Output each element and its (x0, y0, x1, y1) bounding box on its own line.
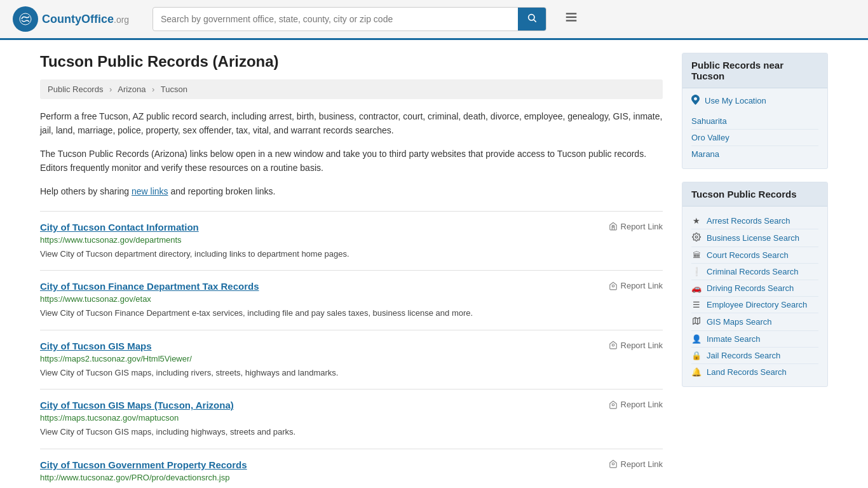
breadcrumb: Public Records › Arizona › Tucson (40, 79, 663, 99)
jail-icon: 🔒 (691, 351, 702, 360)
record-url-4: http://www.tucsonaz.gov/PRO/pro/devactio… (40, 473, 663, 482)
arrest-records-link[interactable]: Arrest Records Search (707, 216, 790, 226)
svg-point-11 (612, 463, 614, 466)
employee-icon: ☰ (691, 300, 702, 309)
record-item: City of Tucson Contact Information Repor… (40, 211, 663, 271)
svg-point-12 (695, 236, 698, 238)
report-link-button-1[interactable]: Report Link (609, 281, 663, 290)
record-title-2[interactable]: City of Tucson GIS Maps (40, 341, 152, 351)
record-desc-2: View City of Tucson GIS maps, including … (40, 367, 663, 379)
record-item-header-1: City of Tucson Finance Department Tax Re… (40, 281, 663, 292)
search-button[interactable] (518, 8, 546, 30)
driving-icon: 🚗 (691, 283, 702, 293)
record-item-3: City of Tucson GIS Maps (Tucson, Arizona… (40, 389, 663, 449)
breadcrumb-arizona[interactable]: Arizona (118, 85, 146, 94)
svg-point-10 (612, 403, 614, 406)
record-title-1[interactable]: City of Tucson Finance Department Tax Re… (40, 281, 259, 292)
sidebar-record-business[interactable]: Business License Search (691, 229, 818, 247)
land-records-link[interactable]: Land Records Search (707, 367, 787, 377)
record-desc-4: View City of Tucson government property … (40, 485, 663, 488)
arrest-icon: ★ (691, 216, 702, 226)
report-link-button-3[interactable]: Report Link (609, 400, 663, 409)
page-title: Tucson Public Records (Arizona) (40, 53, 663, 71)
use-my-location-item[interactable]: Use My Location (691, 95, 818, 107)
sidebar-record-jail[interactable]: 🔒 Jail Records Search (691, 348, 818, 364)
logo-area: CountyOffice.org (13, 6, 140, 32)
svg-marker-13 (693, 318, 700, 325)
jail-records-link[interactable]: Jail Records Search (707, 351, 780, 360)
sidebar-record-land[interactable]: 🔔 Land Records Search (691, 364, 818, 380)
sidebar: Public Records near Tucson Use My Locati… (682, 53, 828, 488)
search-input[interactable] (153, 9, 518, 29)
sidebar-record-driving[interactable]: 🚗 Driving Records Search (691, 280, 818, 297)
record-title-0[interactable]: City of Tucson Contact Information (40, 222, 199, 233)
record-url-3: https://maps.tucsonaz.gov/maptucson (40, 413, 663, 423)
criminal-records-link[interactable]: Criminal Records Search (707, 267, 799, 276)
logo-icon (13, 6, 38, 32)
use-my-location-link[interactable]: Use My Location (705, 96, 766, 105)
sidebar-record-employee[interactable]: ☰ Employee Directory Search (691, 297, 818, 313)
site-header: CountyOffice.org (0, 0, 868, 40)
sidebar-record-arrest[interactable]: ★ Arrest Records Search (691, 213, 818, 229)
court-records-link[interactable]: Court Records Search (707, 250, 789, 260)
criminal-icon: ❕ (691, 267, 702, 276)
driving-records-link[interactable]: Driving Records Search (707, 283, 794, 293)
record-desc-1: View City of Tucson Finance Department e… (40, 307, 663, 320)
description-2: The Tucson Public Records (Arizona) link… (40, 147, 663, 175)
land-icon: 🔔 (691, 367, 702, 377)
record-title-4[interactable]: City of Tucson Government Property Recor… (40, 459, 247, 470)
logo-text: CountyOffice.org (42, 13, 129, 26)
record-item-header-2: City of Tucson GIS Maps Report Link (40, 341, 663, 351)
description-1: Perform a free Tucson, AZ public record … (40, 109, 663, 138)
record-item-4: City of Tucson Government Property Recor… (40, 449, 663, 488)
nearby-records-content: Use My Location Sahuarita Oro Valley Mar… (682, 88, 827, 168)
inmate-search-link[interactable]: Inmate Search (707, 334, 761, 344)
main-container: Tucson Public Records (Arizona) Public R… (21, 40, 847, 488)
report-link-button-2[interactable]: Report Link (609, 341, 663, 350)
tucson-records-content: ★ Arrest Records Search Business License… (682, 207, 827, 386)
record-item-1: City of Tucson Finance Department Tax Re… (40, 270, 663, 330)
sidebar-record-court[interactable]: 🏛 Court Records Search (691, 247, 818, 264)
location-pin-icon (691, 95, 700, 107)
record-item-header-3: City of Tucson GIS Maps (Tucson, Arizona… (40, 400, 663, 410)
record-list: City of Tucson Contact Information Repor… (40, 211, 663, 488)
sidebar-record-inmate[interactable]: 👤 Inmate Search (691, 331, 818, 348)
employee-directory-link[interactable]: Employee Directory Search (707, 300, 807, 309)
nearby-records-header: Public Records near Tucson (682, 53, 827, 88)
report-link-button-0[interactable]: Report Link (609, 222, 663, 231)
record-url-2: https://maps2.tucsonaz.gov/Html5Viewer/ (40, 354, 663, 363)
business-icon (691, 233, 702, 243)
description-3: Help others by sharing new links and rep… (40, 184, 663, 198)
record-title-3[interactable]: City of Tucson GIS Maps (Tucson, Arizona… (40, 400, 234, 410)
content-area: Tucson Public Records (Arizona) Public R… (40, 53, 663, 488)
inmate-icon: 👤 (691, 334, 702, 344)
record-url-1: https://www.tucsonaz.gov/etax (40, 294, 663, 304)
nearby-marana[interactable]: Marana (691, 146, 818, 162)
court-icon: 🏛 (691, 250, 702, 260)
business-license-link[interactable]: Business License Search (707, 233, 799, 243)
breadcrumb-sep-2: › (152, 85, 154, 94)
svg-line-3 (534, 20, 536, 22)
svg-point-2 (529, 15, 534, 20)
nearby-oro-valley[interactable]: Oro Valley (691, 130, 818, 146)
breadcrumb-tucson[interactable]: Tucson (161, 85, 187, 94)
record-desc-3: View City of Tucson GIS maps, including … (40, 426, 663, 438)
record-item-header-0: City of Tucson Contact Information Repor… (40, 222, 663, 233)
tucson-records-header: Tucson Public Records (682, 182, 827, 207)
gis-maps-link[interactable]: GIS Maps Search (707, 317, 772, 327)
record-desc-0: View City of Tucson department directory… (40, 248, 663, 261)
new-links-link[interactable]: new links (132, 186, 168, 196)
record-item-header-4: City of Tucson Government Property Recor… (40, 459, 663, 470)
tucson-records-box: Tucson Public Records ★ Arrest Records S… (682, 182, 828, 387)
breadcrumb-public-records[interactable]: Public Records (48, 85, 103, 94)
hamburger-menu-button[interactable] (559, 8, 583, 30)
svg-point-0 (19, 13, 32, 25)
report-link-button-4[interactable]: Report Link (609, 459, 663, 469)
svg-point-9 (612, 344, 614, 347)
sidebar-record-gis[interactable]: GIS Maps Search (691, 313, 818, 331)
gis-icon (691, 316, 702, 327)
search-bar (153, 7, 546, 31)
nearby-records-box: Public Records near Tucson Use My Locati… (682, 53, 828, 169)
nearby-sahuarita[interactable]: Sahuarita (691, 113, 818, 130)
sidebar-record-criminal[interactable]: ❕ Criminal Records Search (691, 264, 818, 280)
